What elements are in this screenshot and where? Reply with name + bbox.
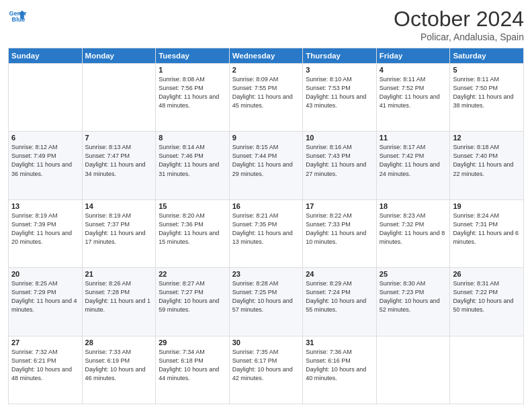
day-number: 9 xyxy=(232,134,300,142)
week-row-2: 6Sunrise: 8:12 AM Sunset: 7:49 PM Daylig… xyxy=(9,132,524,199)
logo: General Blue xyxy=(8,7,27,26)
calendar-cell: 27Sunrise: 7:32 AM Sunset: 6:21 PM Dayli… xyxy=(9,336,83,404)
day-number: 22 xyxy=(159,270,226,278)
calendar-cell: 23Sunrise: 8:28 AM Sunset: 7:25 PM Dayli… xyxy=(229,268,303,336)
day-info: Sunrise: 8:29 AM Sunset: 7:24 PM Dayligh… xyxy=(306,279,373,314)
calendar-cell: 13Sunrise: 8:19 AM Sunset: 7:39 PM Dayli… xyxy=(9,199,83,267)
calendar-title: October 2024 xyxy=(394,7,524,32)
day-info: Sunrise: 8:09 AM Sunset: 7:55 PM Dayligh… xyxy=(232,75,300,110)
day-info: Sunrise: 8:16 AM Sunset: 7:43 PM Dayligh… xyxy=(306,143,373,178)
calendar-cell xyxy=(450,336,524,404)
day-info: Sunrise: 8:19 AM Sunset: 7:39 PM Dayligh… xyxy=(11,212,79,246)
day-info: Sunrise: 8:21 AM Sunset: 7:35 PM Dayligh… xyxy=(232,212,300,246)
weekday-header-saturday: Saturday xyxy=(450,48,524,64)
day-number: 26 xyxy=(453,270,521,278)
day-info: Sunrise: 8:17 AM Sunset: 7:42 PM Dayligh… xyxy=(380,143,447,178)
day-info: Sunrise: 8:19 AM Sunset: 7:37 PM Dayligh… xyxy=(85,212,153,246)
day-number: 2 xyxy=(232,66,300,74)
weekday-header-monday: Monday xyxy=(82,48,156,64)
day-number: 14 xyxy=(85,202,153,210)
day-number: 31 xyxy=(306,338,373,347)
week-row-1: 1Sunrise: 8:08 AM Sunset: 7:56 PM Daylig… xyxy=(9,64,524,132)
calendar-cell: 1Sunrise: 8:08 AM Sunset: 7:56 PM Daylig… xyxy=(156,64,230,132)
week-row-4: 20Sunrise: 8:25 AM Sunset: 7:29 PM Dayli… xyxy=(9,268,524,336)
day-info: Sunrise: 7:34 AM Sunset: 6:18 PM Dayligh… xyxy=(159,348,226,383)
day-info: Sunrise: 8:11 AM Sunset: 7:50 PM Dayligh… xyxy=(453,75,521,110)
calendar-cell xyxy=(376,336,450,404)
day-number: 27 xyxy=(11,338,79,347)
calendar-cell xyxy=(9,64,83,132)
day-info: Sunrise: 7:33 AM Sunset: 6:19 PM Dayligh… xyxy=(85,348,153,383)
day-info: Sunrise: 8:18 AM Sunset: 7:40 PM Dayligh… xyxy=(453,143,521,178)
day-info: Sunrise: 8:30 AM Sunset: 7:23 PM Dayligh… xyxy=(380,279,447,314)
day-number: 10 xyxy=(306,134,373,142)
title-block: October 2024 Policar, Andalusia, Spain xyxy=(394,7,524,42)
calendar-cell: 10Sunrise: 8:16 AM Sunset: 7:43 PM Dayli… xyxy=(303,132,377,199)
calendar-cell xyxy=(82,64,156,132)
day-number: 18 xyxy=(380,202,447,210)
calendar-cell: 30Sunrise: 7:35 AM Sunset: 6:17 PM Dayli… xyxy=(229,336,303,404)
weekday-header-thursday: Thursday xyxy=(303,48,377,64)
day-number: 4 xyxy=(380,66,447,74)
day-number: 30 xyxy=(232,338,300,347)
day-number: 20 xyxy=(11,270,79,278)
calendar-cell: 20Sunrise: 8:25 AM Sunset: 7:29 PM Dayli… xyxy=(9,268,83,336)
calendar-cell: 12Sunrise: 8:18 AM Sunset: 7:40 PM Dayli… xyxy=(450,132,524,199)
calendar-cell: 28Sunrise: 7:33 AM Sunset: 6:19 PM Dayli… xyxy=(82,336,156,404)
calendar-cell: 18Sunrise: 8:23 AM Sunset: 7:32 PM Dayli… xyxy=(376,199,450,267)
day-info: Sunrise: 8:13 AM Sunset: 7:47 PM Dayligh… xyxy=(85,143,153,178)
weekday-header-row: SundayMondayTuesdayWednesdayThursdayFrid… xyxy=(9,48,524,64)
day-info: Sunrise: 8:11 AM Sunset: 7:52 PM Dayligh… xyxy=(380,75,447,110)
calendar-subtitle: Policar, Andalusia, Spain xyxy=(394,32,524,42)
calendar-cell: 25Sunrise: 8:30 AM Sunset: 7:23 PM Dayli… xyxy=(376,268,450,336)
day-info: Sunrise: 8:08 AM Sunset: 7:56 PM Dayligh… xyxy=(159,75,226,110)
logo-icon: General Blue xyxy=(8,7,27,26)
day-number: 19 xyxy=(453,202,521,210)
day-number: 16 xyxy=(232,202,300,210)
weekday-header-tuesday: Tuesday xyxy=(156,48,230,64)
calendar-cell: 11Sunrise: 8:17 AM Sunset: 7:42 PM Dayli… xyxy=(376,132,450,199)
calendar-table: SundayMondayTuesdayWednesdayThursdayFrid… xyxy=(8,48,524,404)
calendar-cell: 31Sunrise: 7:36 AM Sunset: 6:16 PM Dayli… xyxy=(303,336,377,404)
calendar-cell: 7Sunrise: 8:13 AM Sunset: 7:47 PM Daylig… xyxy=(82,132,156,199)
day-info: Sunrise: 8:28 AM Sunset: 7:25 PM Dayligh… xyxy=(232,279,300,314)
calendar-cell: 29Sunrise: 7:34 AM Sunset: 6:18 PM Dayli… xyxy=(156,336,230,404)
day-info: Sunrise: 8:14 AM Sunset: 7:46 PM Dayligh… xyxy=(159,143,226,178)
day-number: 3 xyxy=(306,66,373,74)
header: General Blue October 2024 Policar, Andal… xyxy=(8,7,524,42)
day-info: Sunrise: 8:12 AM Sunset: 7:49 PM Dayligh… xyxy=(11,143,79,178)
week-row-5: 27Sunrise: 7:32 AM Sunset: 6:21 PM Dayli… xyxy=(9,336,524,404)
calendar-cell: 8Sunrise: 8:14 AM Sunset: 7:46 PM Daylig… xyxy=(156,132,230,199)
calendar-cell: 3Sunrise: 8:10 AM Sunset: 7:53 PM Daylig… xyxy=(303,64,377,132)
day-info: Sunrise: 8:25 AM Sunset: 7:29 PM Dayligh… xyxy=(11,279,79,314)
calendar-cell: 5Sunrise: 8:11 AM Sunset: 7:50 PM Daylig… xyxy=(450,64,524,132)
day-info: Sunrise: 7:32 AM Sunset: 6:21 PM Dayligh… xyxy=(11,348,79,383)
day-number: 7 xyxy=(85,134,153,142)
calendar-cell: 15Sunrise: 8:20 AM Sunset: 7:36 PM Dayli… xyxy=(156,199,230,267)
day-info: Sunrise: 8:26 AM Sunset: 7:28 PM Dayligh… xyxy=(85,279,153,314)
day-info: Sunrise: 8:27 AM Sunset: 7:27 PM Dayligh… xyxy=(159,279,226,314)
calendar-cell: 14Sunrise: 8:19 AM Sunset: 7:37 PM Dayli… xyxy=(82,199,156,267)
calendar-cell: 19Sunrise: 8:24 AM Sunset: 7:31 PM Dayli… xyxy=(450,199,524,267)
weekday-header-wednesday: Wednesday xyxy=(229,48,303,64)
week-row-3: 13Sunrise: 8:19 AM Sunset: 7:39 PM Dayli… xyxy=(9,199,524,267)
day-info: Sunrise: 8:22 AM Sunset: 7:33 PM Dayligh… xyxy=(306,212,373,246)
day-number: 29 xyxy=(159,338,226,347)
day-info: Sunrise: 8:15 AM Sunset: 7:44 PM Dayligh… xyxy=(232,143,300,178)
calendar-cell: 17Sunrise: 8:22 AM Sunset: 7:33 PM Dayli… xyxy=(303,199,377,267)
day-info: Sunrise: 7:35 AM Sunset: 6:17 PM Dayligh… xyxy=(232,348,300,383)
day-number: 5 xyxy=(453,66,521,74)
day-number: 28 xyxy=(85,338,153,347)
calendar-cell: 9Sunrise: 8:15 AM Sunset: 7:44 PM Daylig… xyxy=(229,132,303,199)
day-info: Sunrise: 8:20 AM Sunset: 7:36 PM Dayligh… xyxy=(159,212,226,246)
calendar-cell: 24Sunrise: 8:29 AM Sunset: 7:24 PM Dayli… xyxy=(303,268,377,336)
calendar-cell: 21Sunrise: 8:26 AM Sunset: 7:28 PM Dayli… xyxy=(82,268,156,336)
calendar-cell: 6Sunrise: 8:12 AM Sunset: 7:49 PM Daylig… xyxy=(9,132,83,199)
day-number: 11 xyxy=(380,134,447,142)
day-number: 25 xyxy=(380,270,447,278)
day-number: 8 xyxy=(159,134,226,142)
weekday-header-friday: Friday xyxy=(376,48,450,64)
day-number: 15 xyxy=(159,202,226,210)
weekday-header-sunday: Sunday xyxy=(9,48,83,64)
day-number: 1 xyxy=(159,66,226,74)
